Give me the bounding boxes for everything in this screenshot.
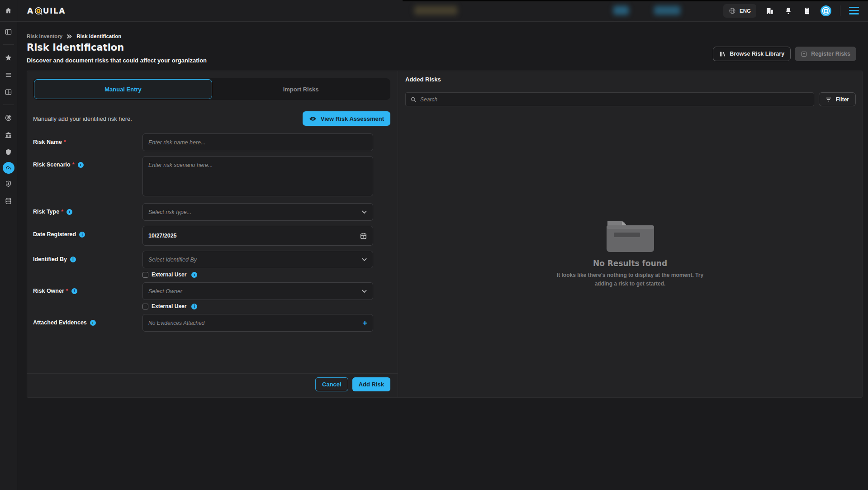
- redacted-blur: [613, 6, 629, 15]
- filter-icon: [825, 97, 832, 102]
- breadcrumb: Risk Inventory Risk Identification: [27, 33, 207, 39]
- globe-icon: [729, 7, 736, 14]
- database-icon[interactable]: [0, 194, 17, 208]
- sidebar-group-middle: [0, 48, 17, 102]
- info-icon[interactable]: i: [90, 320, 96, 326]
- add-evidence-button[interactable]: +: [362, 319, 367, 327]
- browse-risk-library-button[interactable]: Browse Risk Library: [713, 47, 791, 61]
- register-risks-button[interactable]: Register Risks: [795, 47, 856, 61]
- page-subtitle: Discover and document risks that could a…: [27, 57, 207, 64]
- risk-name-input[interactable]: [142, 133, 373, 151]
- redacted-blur: [654, 6, 680, 15]
- empty-folder-icon: [602, 218, 659, 254]
- manual-entry-panel: Manual Entry Import Risks Manually add y…: [27, 71, 398, 397]
- risk-type-row: Risk Type*i Select risk type...: [33, 203, 390, 221]
- sidebar-divider: [3, 44, 14, 45]
- sidebar: [0, 0, 17, 490]
- info-icon[interactable]: i: [191, 272, 197, 278]
- help-buoy-icon[interactable]: [821, 5, 831, 16]
- label-text: Identified By: [33, 256, 67, 262]
- shield-icon[interactable]: [0, 145, 17, 159]
- cancel-button[interactable]: Cancel: [315, 377, 348, 391]
- label-text: Risk Name: [33, 139, 62, 145]
- info-icon[interactable]: i: [71, 288, 77, 294]
- info-icon[interactable]: i: [191, 304, 197, 309]
- add-risk-button[interactable]: Add Risk: [352, 377, 390, 391]
- info-icon[interactable]: i: [78, 162, 84, 168]
- institution-icon[interactable]: [0, 128, 17, 142]
- risk-name-label: Risk Name*: [33, 133, 142, 145]
- list-icon[interactable]: [0, 67, 17, 82]
- attached-evidences-label: Attached Evidencesi: [33, 314, 142, 326]
- entry-tabs: Manual Entry Import Risks: [33, 78, 390, 100]
- language-selector[interactable]: ENG: [723, 4, 756, 18]
- date-registered-row: Date Registeredi: [33, 226, 390, 246]
- risk-scenario-textarea[interactable]: [142, 156, 373, 196]
- chevron-down-icon: [361, 288, 367, 294]
- topbar-divider: [840, 5, 840, 16]
- main-content: Risk Inventory Risk Identification Risk …: [17, 22, 868, 490]
- info-icon[interactable]: i: [70, 257, 76, 262]
- attached-evidences-row: Attached Evidencesi No Evidences Attache…: [33, 314, 390, 332]
- required-marker: *: [72, 162, 75, 168]
- date-registered-input[interactable]: [148, 233, 329, 239]
- risk-gauge-icon-active[interactable]: [3, 162, 14, 174]
- info-icon[interactable]: i: [79, 232, 85, 238]
- chevron-down-icon: [361, 257, 367, 262]
- breadcrumb-parent[interactable]: Risk Inventory: [27, 33, 62, 39]
- home-icon[interactable]: [0, 4, 17, 18]
- tab-import-risks[interactable]: Import Risks: [212, 79, 389, 99]
- page-header-actions: Browse Risk Library Register Risks: [713, 47, 856, 64]
- calendar-icon[interactable]: [360, 232, 367, 240]
- filter-label: Filter: [836, 96, 849, 103]
- chevron-down-icon: [361, 209, 367, 215]
- tab-manual-entry[interactable]: Manual Entry: [34, 79, 212, 99]
- date-registered-field: [142, 226, 373, 246]
- topbar: A UILA ENG: [17, 0, 868, 22]
- sidebar-home[interactable]: [0, 0, 17, 22]
- page-header: Risk Inventory Risk Identification Risk …: [17, 22, 868, 64]
- info-icon[interactable]: i: [66, 209, 72, 215]
- external-user-checkbox[interactable]: [142, 272, 148, 278]
- empty-state-message: It looks like there's nothing to display…: [555, 271, 705, 288]
- star-icon[interactable]: [0, 50, 17, 65]
- view-risk-assessment-label: View Risk Assessment: [321, 115, 384, 122]
- external-user-checkbox[interactable]: [142, 304, 148, 309]
- library-icon: [719, 51, 726, 57]
- page-header-left: Risk Inventory Risk Identification Risk …: [27, 33, 207, 64]
- required-marker: *: [66, 288, 68, 294]
- label-text: Date Registered: [33, 231, 76, 238]
- notifications-icon[interactable]: [783, 6, 793, 16]
- label-text: Risk Owner: [33, 288, 64, 294]
- sidebar-divider: [3, 105, 14, 105]
- risk-type-placeholder: Select risk type...: [148, 209, 191, 215]
- organization-icon[interactable]: [765, 6, 775, 16]
- sidebar-group-risk: [0, 108, 17, 211]
- label-text: Attached Evidences: [33, 319, 87, 326]
- identified-by-select[interactable]: Select Identified By: [142, 251, 373, 268]
- breadcrumb-separator-icon: [66, 34, 72, 39]
- browse-risk-library-label: Browse Risk Library: [730, 51, 784, 57]
- panel-toggle-icon[interactable]: [0, 24, 17, 39]
- label-text: Risk Scenario: [33, 162, 71, 168]
- search-input[interactable]: [420, 96, 809, 103]
- radar-icon[interactable]: [0, 110, 17, 125]
- view-risk-assessment-button[interactable]: View Risk Assessment: [303, 111, 390, 126]
- topbar-actions: ENG: [723, 4, 859, 18]
- layout-icon[interactable]: [0, 85, 17, 99]
- risk-type-select[interactable]: Select risk type...: [142, 203, 373, 221]
- menu-icon[interactable]: [849, 7, 859, 14]
- risk-owner-select[interactable]: Select Owner: [142, 282, 373, 300]
- shield-user-icon[interactable]: [0, 176, 17, 191]
- risk-type-label: Risk Type*i: [33, 203, 142, 215]
- identified-by-row: Identified Byi Select Identified By Exte…: [33, 251, 390, 277]
- risk-scenario-label: Risk Scenario*i: [33, 156, 142, 168]
- empty-state-title: No Results found: [593, 259, 667, 268]
- filter-button[interactable]: Filter: [819, 92, 856, 106]
- aquila-logo[interactable]: A UILA: [27, 6, 66, 15]
- external-user-label: External User: [152, 303, 186, 309]
- redacted-blur: [414, 6, 457, 15]
- identified-by-external-user-row: External User i: [142, 271, 373, 278]
- knowledge-base-icon[interactable]: [802, 6, 812, 16]
- identified-by-placeholder: Select Identified By: [148, 257, 197, 263]
